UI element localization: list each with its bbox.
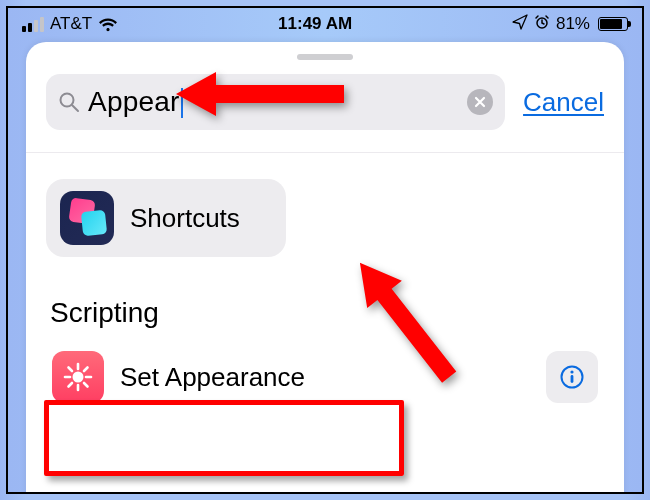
svg-line-8 <box>69 368 73 372</box>
clear-search-button[interactable] <box>467 89 493 115</box>
cell-signal-icon <box>22 17 44 32</box>
search-input[interactable]: Appear <box>88 86 459 119</box>
svg-line-10 <box>84 368 88 372</box>
shortcuts-app-icon <box>60 191 114 245</box>
clock: 11:49 AM <box>278 14 352 34</box>
svg-line-11 <box>69 383 73 387</box>
carrier-label: AT&T <box>50 14 92 34</box>
svg-point-13 <box>570 370 573 373</box>
svg-line-9 <box>84 383 88 387</box>
svg-line-2 <box>72 105 78 111</box>
cancel-button[interactable]: Cancel <box>523 87 604 118</box>
battery-percent: 81% <box>556 14 590 34</box>
app-suggestion-label: Shortcuts <box>130 203 240 234</box>
wifi-icon <box>98 17 118 32</box>
battery-icon <box>598 17 628 31</box>
search-icon <box>58 91 80 113</box>
info-button[interactable] <box>546 351 598 403</box>
screenshot-frame: AT&T 11:49 AM 81% Appear <box>6 6 644 494</box>
sun-icon <box>52 351 104 403</box>
location-icon <box>512 14 528 35</box>
search-row: Appear Cancel <box>26 74 624 153</box>
sheet-grabber[interactable] <box>297 54 353 60</box>
svg-rect-14 <box>571 375 574 383</box>
alarm-icon <box>534 14 550 35</box>
status-bar: AT&T 11:49 AM 81% <box>8 8 642 40</box>
app-suggestion-shortcuts[interactable]: Shortcuts <box>46 179 286 257</box>
svg-point-3 <box>73 372 84 383</box>
search-field[interactable]: Appear <box>46 74 505 130</box>
section-header-scripting: Scripting <box>50 297 604 329</box>
action-label: Set Appearance <box>120 362 305 393</box>
annotation-highlight <box>44 400 404 476</box>
